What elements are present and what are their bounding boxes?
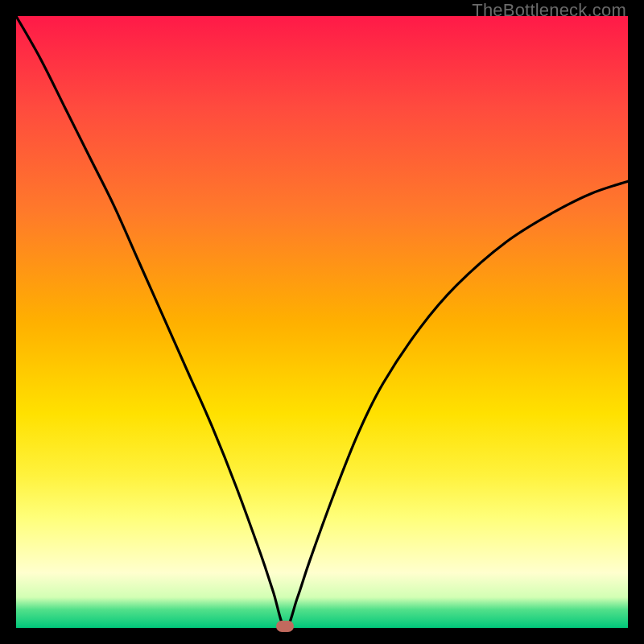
bottleneck-curve (16, 16, 628, 628)
chart-frame: TheBottleneck.com (0, 0, 644, 644)
minimum-marker (276, 621, 294, 632)
curve-path (16, 16, 628, 628)
plot-area (16, 16, 628, 628)
watermark-text: TheBottleneck.com (472, 0, 626, 21)
